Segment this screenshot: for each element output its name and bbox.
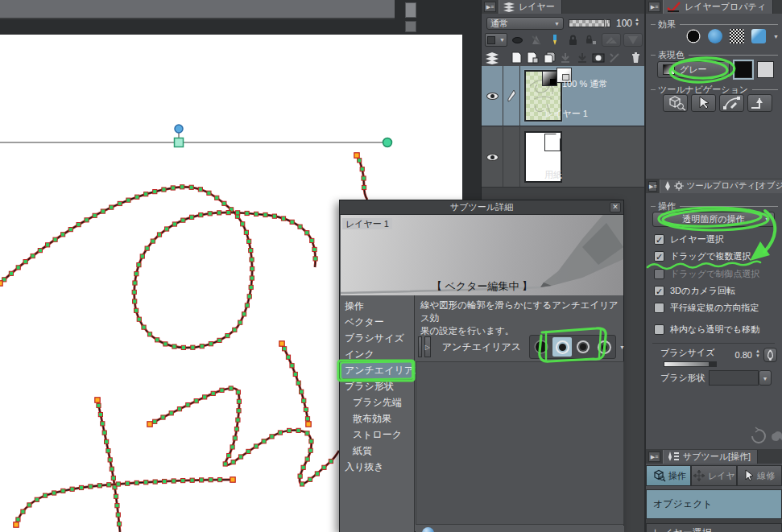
- control-point[interactable]: [263, 212, 267, 217]
- control-point[interactable]: [322, 465, 326, 469]
- tab-layer-property[interactable]: レイヤープロパティ: [663, 0, 773, 14]
- control-point[interactable]: [215, 196, 219, 200]
- endpoint-control-point[interactable]: [230, 477, 235, 482]
- control-point[interactable]: [310, 238, 314, 242]
- control-point[interactable]: [290, 220, 294, 224]
- control-point[interactable]: [222, 201, 226, 205]
- blend-mode-select[interactable]: 通常 ▼: [486, 17, 564, 30]
- control-point[interactable]: [97, 403, 101, 407]
- control-point[interactable]: [200, 478, 204, 482]
- dialog-titlebar[interactable]: サブツール詳細 ✕: [340, 200, 623, 215]
- control-point[interactable]: [217, 338, 221, 342]
- transparent-area-dropdown[interactable]: 透明箇所の操作 ▼: [652, 212, 775, 227]
- panel-menu-icon[interactable]: ▶≡: [484, 2, 496, 12]
- control-point[interactable]: [61, 233, 65, 237]
- brush-size-value[interactable]: 0.80: [728, 350, 752, 360]
- control-point[interactable]: [207, 191, 211, 195]
- control-point[interactable]: [293, 372, 297, 376]
- control-point[interactable]: [135, 195, 139, 199]
- merge-down-icon-disabled[interactable]: [559, 51, 573, 64]
- control-point[interactable]: [102, 431, 106, 435]
- opacity-stepper[interactable]: ▲▼: [635, 18, 639, 27]
- control-point[interactable]: [163, 479, 167, 483]
- control-point[interactable]: [288, 428, 292, 432]
- control-point[interactable]: [281, 217, 285, 221]
- new-folder-icon[interactable]: [543, 51, 557, 64]
- line-center-handle[interactable]: [175, 138, 184, 147]
- border-effect-icon[interactable]: [686, 29, 701, 43]
- control-point[interactable]: [200, 344, 204, 348]
- category-item[interactable]: 紙質: [340, 443, 414, 459]
- category-item[interactable]: ブラシサイズ: [340, 330, 414, 346]
- vector-stroke-group[interactable]: [0, 155, 367, 532]
- control-point[interactable]: [209, 478, 213, 482]
- black-swatch[interactable]: [734, 61, 752, 78]
- color-mode-dropdown[interactable]: グレー: [657, 61, 730, 78]
- control-point[interactable]: [305, 231, 309, 235]
- line-correct-tool-icon[interactable]: [747, 94, 772, 112]
- close-icon[interactable]: ✕: [610, 202, 621, 212]
- control-point[interactable]: [302, 398, 306, 402]
- control-point[interactable]: [101, 422, 105, 426]
- control-point[interactable]: [298, 474, 302, 478]
- category-item[interactable]: ベクター: [340, 314, 414, 330]
- chevron-down-icon[interactable]: ▼: [619, 344, 625, 350]
- apply-mask-icon[interactable]: [608, 51, 622, 64]
- control-point[interactable]: [134, 272, 139, 276]
- layer-color-icon[interactable]: [751, 29, 766, 43]
- opacity-slider-thumb[interactable]: [604, 19, 606, 27]
- control-point[interactable]: [233, 436, 237, 440]
- endpoint-control-point[interactable]: [95, 398, 100, 402]
- control-point[interactable]: [305, 431, 309, 435]
- control-point[interactable]: [262, 439, 266, 443]
- control-point[interactable]: [190, 478, 194, 482]
- brush-size-stepper[interactable]: ▲▼: [755, 349, 760, 358]
- control-point[interactable]: [362, 185, 366, 189]
- control-point[interactable]: [270, 435, 274, 439]
- subtool-item-layer-select[interactable]: レイヤー選択: [646, 523, 782, 532]
- control-point[interactable]: [236, 390, 240, 394]
- control-point[interactable]: [308, 448, 312, 452]
- checkbox-3d-camera[interactable]: ✓3Dのカメラ回転: [654, 285, 735, 297]
- new-layer-icon[interactable]: [510, 51, 523, 64]
- control-point[interactable]: [313, 257, 317, 261]
- control-point[interactable]: [172, 479, 176, 483]
- control-point[interactable]: [198, 188, 202, 192]
- mask-icon-disabled[interactable]: [623, 33, 643, 47]
- category-item[interactable]: ストローク: [340, 427, 414, 443]
- control-point[interactable]: [163, 342, 168, 346]
- control-point[interactable]: [250, 258, 254, 262]
- control-point[interactable]: [151, 239, 155, 243]
- category-item[interactable]: インク: [340, 346, 414, 362]
- control-point[interactable]: [140, 254, 144, 258]
- control-point[interactable]: [89, 485, 93, 489]
- control-point[interactable]: [110, 205, 114, 209]
- subtool-tab-operation[interactable]: 操作: [646, 465, 691, 486]
- pen-icon[interactable]: [547, 33, 563, 47]
- new-vector-layer-icon[interactable]: [526, 51, 540, 64]
- control-point[interactable]: [23, 260, 27, 264]
- control-point[interactable]: [233, 328, 237, 332]
- control-point[interactable]: [79, 485, 83, 489]
- control-point[interactable]: [169, 411, 173, 415]
- checkbox-layer-select[interactable]: ✓レイヤー選択: [654, 233, 724, 245]
- control-point[interactable]: [218, 477, 222, 481]
- control-point[interactable]: [16, 518, 20, 522]
- endpoint-control-point[interactable]: [14, 522, 19, 527]
- control-point[interactable]: [309, 439, 313, 443]
- aa-option-none[interactable]: [532, 337, 551, 357]
- endpoint-control-point[interactable]: [279, 341, 284, 346]
- control-point[interactable]: [137, 263, 141, 267]
- aa-option-strong[interactable]: [594, 337, 614, 357]
- chevron-down-icon[interactable]: ▼: [773, 34, 779, 39]
- control-point[interactable]: [301, 465, 305, 469]
- control-point[interactable]: [134, 480, 139, 485]
- control-point[interactable]: [144, 192, 148, 196]
- control-point[interactable]: [312, 247, 317, 251]
- control-point[interactable]: [111, 476, 115, 480]
- clip-mask-icon[interactable]: [510, 33, 526, 47]
- subtool-item-object[interactable]: オブジェクト: [646, 489, 782, 519]
- control-point[interactable]: [230, 445, 234, 449]
- control-point[interactable]: [106, 448, 110, 452]
- control-point[interactable]: [114, 494, 118, 498]
